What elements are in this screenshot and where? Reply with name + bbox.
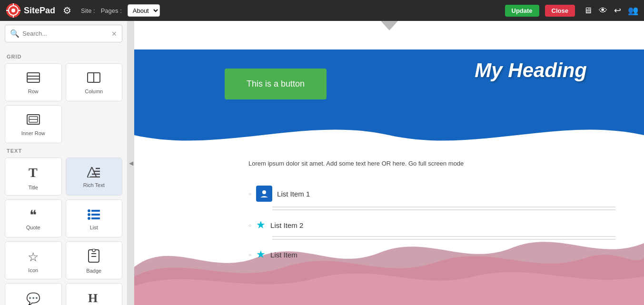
grid-widgets: Row Column <box>5 63 122 143</box>
svg-rect-7 <box>27 73 40 82</box>
widget-list[interactable]: List <box>66 199 123 237</box>
widget-animated-heading[interactable]: H Animated Heading <box>66 283 123 305</box>
widget-row[interactable]: Row <box>5 63 62 101</box>
widget-inner-row-label: Inner Row <box>21 130 45 136</box>
list-separator-2 <box>272 236 615 237</box>
svg-point-32 <box>262 190 266 194</box>
list-row-3: ○ ★ List Item <box>248 246 615 264</box>
widget-inner-row[interactable]: Inner Row <box>5 105 62 143</box>
list-section-1: ○ List Item 1 <box>248 183 615 210</box>
widget-rich-text-label: Rich Text <box>83 182 105 188</box>
title-icon: T <box>27 165 40 182</box>
list-separator-1b <box>272 209 615 210</box>
text-section-label: TEXT <box>7 148 122 154</box>
svg-point-21 <box>88 209 90 212</box>
update-button[interactable]: Update <box>505 5 539 17</box>
list-separator-1 <box>272 207 615 207</box>
list-star-icon-2: ★ <box>256 219 266 231</box>
svg-point-30 <box>92 249 95 252</box>
icon-widget-icon: ☆ <box>28 250 39 265</box>
canvas: My Heading This is a button Lorem ipsum … <box>134 21 644 305</box>
search-input[interactable] <box>22 30 109 37</box>
svg-point-23 <box>88 213 90 216</box>
list-row-2: ○ ★ List Item 2 <box>248 216 615 234</box>
svg-text:H: H <box>88 291 98 304</box>
column-icon <box>87 72 100 86</box>
list-icon <box>87 208 100 222</box>
widget-tooltip[interactable]: 💬 Tooltip <box>5 283 62 305</box>
list-item-text-3: List Item <box>270 251 297 259</box>
pages-select[interactable]: About <box>128 4 160 17</box>
topbar-icons: 🖥 👁 ↩ 👥 <box>584 5 638 16</box>
list-star-icon-3: ★ <box>256 248 266 261</box>
list-item-text-1: List Item 1 <box>277 190 310 198</box>
search-clear-icon[interactable]: ✕ <box>111 30 117 38</box>
header-wave-svg <box>134 116 644 154</box>
svg-point-25 <box>88 217 90 220</box>
top-arrow-indicator <box>381 21 398 30</box>
widget-title[interactable]: T Title <box>5 157 62 196</box>
widget-quote[interactable]: ❝ Quote <box>5 199 62 237</box>
topbar: SitePad ⚙ Site : Pages : About Update Cl… <box>0 0 644 21</box>
svg-text:T: T <box>29 165 38 179</box>
canvas-inner: My Heading This is a button Lorem ipsum … <box>134 21 644 305</box>
canvas-button[interactable]: This is a button <box>225 69 327 99</box>
tooltip-icon: 💬 <box>26 292 40 305</box>
widget-icon[interactable]: ☆ Icon <box>5 241 62 279</box>
main-layout: 🔍 ✕ GRID Row <box>0 21 644 305</box>
widget-column[interactable]: Column <box>66 63 123 101</box>
list-row-1: ○ List Item 1 <box>248 183 615 205</box>
widget-row-label: Row <box>28 89 39 94</box>
list-item-text-2: List Item 2 <box>270 221 303 229</box>
undo-icon[interactable]: ↩ <box>614 5 621 16</box>
svg-marker-20 <box>87 167 97 177</box>
list-separator-2b <box>272 239 615 240</box>
eye-icon[interactable]: 👁 <box>599 6 607 16</box>
search-icon: 🔍 <box>10 29 20 38</box>
close-button[interactable]: Close <box>545 5 575 17</box>
svg-rect-26 <box>91 217 100 219</box>
widget-rich-text[interactable]: Rich Text <box>66 157 123 196</box>
desktop-icon[interactable]: 🖥 <box>584 6 592 16</box>
widget-icon-label: Icon <box>28 267 38 273</box>
collapse-handle[interactable]: ◀ <box>128 21 134 305</box>
users-icon[interactable]: 👥 <box>628 5 638 16</box>
logo-area: SitePad <box>6 3 55 18</box>
list-bullet-2: ○ <box>248 223 251 228</box>
sidebar: 🔍 ✕ GRID Row <box>0 21 128 305</box>
canvas-list: ○ List Item 1 ○ ★ List Item 2 <box>248 183 615 269</box>
sidebar-content: GRID Row <box>0 46 127 305</box>
list-icon-person <box>256 186 272 202</box>
collapse-icon: ◀ <box>129 160 133 167</box>
site-label: Site : <box>81 7 95 14</box>
row-icon <box>27 72 40 86</box>
list-section-2: ○ ★ List Item 2 <box>248 216 615 240</box>
widget-list-label: List <box>90 225 98 230</box>
widget-quote-label: Quote <box>26 225 40 230</box>
logo-text: SitePad <box>24 6 55 16</box>
widget-title-label: Title <box>29 185 38 190</box>
list-section-3: ○ ★ List Item <box>248 246 615 264</box>
svg-rect-22 <box>91 210 100 212</box>
logo-icon <box>6 3 21 18</box>
widget-badge[interactable]: Badge <box>66 241 123 279</box>
canvas-lorem: Lorem ipsum dolor sit amet. Add some tex… <box>248 159 615 168</box>
svg-rect-24 <box>91 214 100 216</box>
list-bullet-1: ○ <box>248 191 251 197</box>
gear-icon[interactable]: ⚙ <box>63 5 71 16</box>
rich-text-icon <box>87 167 100 179</box>
quote-icon: ❝ <box>30 208 37 222</box>
text-widgets: T Title Rich T <box>5 157 122 305</box>
search-bar[interactable]: 🔍 ✕ <box>5 25 122 42</box>
inner-row-icon <box>27 114 40 128</box>
widget-badge-label: Badge <box>86 268 101 274</box>
pages-label: Pages : <box>101 7 122 14</box>
grid-section-label: GRID <box>7 54 122 59</box>
list-bullet-3: ○ <box>248 252 251 257</box>
badge-icon <box>88 249 100 265</box>
svg-point-2 <box>11 9 15 12</box>
widget-column-label: Column <box>85 89 103 94</box>
canvas-heading: My Heading <box>475 59 587 82</box>
animated-heading-icon: H <box>87 291 100 305</box>
